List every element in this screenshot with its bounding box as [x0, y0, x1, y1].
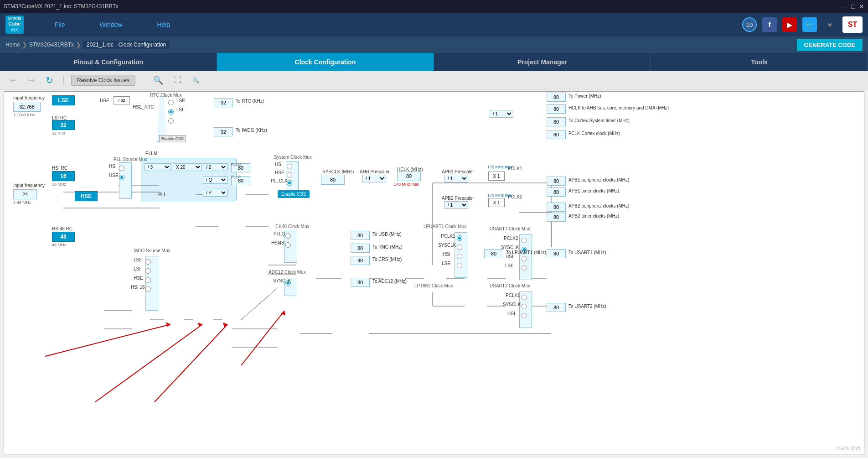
undo-button[interactable]: ↩ [7, 74, 20, 86]
svg-line-30 [155, 324, 227, 402]
to-hclk-value[interactable]: 80 [547, 104, 566, 114]
youtube-icon[interactable]: ▶ [782, 17, 797, 32]
input-freq1-value[interactable]: 32.768 [13, 102, 41, 112]
to-cortex-value[interactable]: 80 [547, 117, 566, 126]
rtc-radio-lsi[interactable] [168, 118, 174, 124]
input-freq2-value[interactable]: 24 [13, 189, 37, 199]
fit-button[interactable]: ⛶ [171, 75, 184, 85]
maximize-button[interactable]: □ [852, 3, 855, 10]
rtc-mux-label: RTC Clock Mux [150, 93, 182, 98]
rtc-radio-lse[interactable] [168, 109, 174, 114]
x1-box-apb2: X 1 [488, 198, 505, 207]
file-menu[interactable]: File [51, 19, 69, 30]
usart2-mux-label: USART2 Clock Mux [490, 283, 530, 288]
usart1-pclk2-radio[interactable] [522, 238, 527, 243]
usart2-hsi-radio[interactable] [522, 313, 527, 318]
rtc-radio-hse[interactable] [168, 100, 174, 105]
generate-code-button[interactable]: GENERATE CODE [797, 39, 863, 51]
mco-radio1[interactable] [145, 259, 151, 265]
to-rtc-value[interactable]: 32 [214, 98, 233, 107]
pllm-select[interactable]: / 3 / 1/ 2/ 4 [145, 163, 171, 171]
zoom-out-button[interactable]: 🔍 [190, 76, 202, 84]
facebook-icon[interactable]: f [762, 17, 777, 32]
window-menu[interactable]: Window [96, 19, 126, 30]
ck48-mux-label: CK48 Clock Mux [275, 224, 309, 229]
sysclk-hse-radio[interactable] [287, 172, 292, 177]
hse-box[interactable]: HSE [75, 191, 98, 201]
to-rng-value[interactable]: 80 [351, 244, 370, 253]
sysclk-value[interactable]: 80 [321, 175, 345, 185]
breadcrumb-board[interactable]: STM32G431RBTx [29, 42, 74, 48]
mco-radio4[interactable] [145, 286, 151, 292]
hclk-value[interactable]: 80 [397, 171, 421, 181]
refresh-button[interactable]: ↻ [43, 74, 56, 87]
to-fclk-value[interactable]: 80 [547, 130, 566, 139]
version-icon: 10 [742, 17, 757, 32]
ck48-radio2[interactable] [285, 242, 291, 248]
pll-label: PLL [158, 192, 166, 197]
plln-select[interactable]: X 20 X 8X 16X 32 [173, 163, 202, 171]
pll-hse-radio[interactable] [119, 175, 124, 180]
sys1-select[interactable]: / 1 / 2 [490, 110, 513, 118]
to-power-value[interactable]: 80 [547, 93, 566, 102]
lse-box[interactable]: LSE [52, 95, 75, 105]
lpuart1-hsi-label: HSI [443, 252, 450, 257]
tab-tools[interactable]: Tools [651, 53, 868, 71]
tab-clock[interactable]: Clock Configuration [217, 53, 434, 71]
lpuart1-hsi-radio[interactable] [457, 254, 462, 259]
to-adc12-value[interactable]: 80 [351, 278, 370, 287]
apb2-presc-select[interactable]: / 1 / 2/ 4 [444, 201, 468, 209]
close-button[interactable]: ✕ [859, 3, 864, 10]
to-apb2-value[interactable]: 80 [547, 203, 566, 212]
pllp-select[interactable]: / P / 2/ 4/ 6 [203, 189, 227, 197]
twitter-icon[interactable]: 🐦 [802, 17, 817, 32]
apb1-presc-select[interactable]: / 1 / 2/ 4 [444, 175, 468, 182]
mco-radio2[interactable] [145, 268, 151, 274]
zoom-in-button[interactable]: 🔍 [150, 74, 166, 86]
to-usart1-value[interactable]: 80 [547, 249, 566, 258]
usart1-lse-radio[interactable] [522, 265, 527, 271]
sysclk-pll-label: PLLCLK [271, 178, 288, 183]
minimize-button[interactable]: — [842, 3, 848, 10]
lpuart1-sysclk-radio[interactable] [457, 245, 462, 250]
hsi-unit: 16 MHz [52, 182, 66, 187]
lsi-value-box[interactable]: 32 [52, 120, 75, 130]
usart2-pclk1-radio[interactable] [522, 295, 527, 300]
to-crs-label: To CRS (MHz) [372, 257, 402, 262]
tab-project[interactable]: Project Manager [434, 53, 651, 71]
ck48-radio1[interactable] [285, 233, 291, 239]
enable-css-top-button[interactable]: Enable CSS [159, 135, 186, 142]
lpuart1-lse-radio[interactable] [457, 263, 462, 268]
menu-bar: STM32CubeMX File Window Help 10 f ▶ 🐦 ✳ … [0, 13, 868, 36]
hsi-value-box[interactable]: 16 [52, 171, 75, 181]
network-icon[interactable]: ✳ [822, 17, 837, 32]
hsi48-value-box[interactable]: 48 [52, 232, 75, 242]
to-usart2-value[interactable]: 80 [547, 303, 566, 312]
sysclk-hsi-radio[interactable] [287, 164, 292, 169]
help-menu[interactable]: Help [153, 19, 174, 30]
clock-diagram: Input frequency 32.768 1-1000 KHz LSE LS… [4, 92, 864, 454]
menu-right: 10 f ▶ 🐦 ✳ ST [742, 16, 863, 33]
to-crs-value[interactable]: 48 [351, 256, 370, 265]
to-iwdg-value[interactable]: 32 [214, 127, 233, 136]
usart1-hsi-radio[interactable] [522, 256, 527, 261]
pll-hsi-radio[interactable] [119, 166, 124, 171]
pllq-select[interactable]: / Q / 2/ 4/ 6 [203, 176, 227, 184]
lpuart1-pclk1-radio[interactable] [457, 235, 462, 241]
redo-button[interactable]: ↪ [25, 74, 37, 86]
to-apb1-timer-value[interactable]: 80 [547, 187, 566, 197]
resolve-clock-issues-button[interactable]: Resolve Clock Issues [71, 75, 135, 86]
lsi-unit: 32 KHz [52, 131, 66, 135]
mco-radio3[interactable] [145, 277, 151, 283]
usart2-sysclk-radio[interactable] [522, 304, 527, 309]
to-apb2-timer-value[interactable]: 80 [547, 213, 566, 222]
tab-pinout[interactable]: Pinout & Configuration [0, 53, 217, 71]
pllr-select[interactable]: / 2 / 1/ 4/ 8 [203, 163, 227, 171]
to-apb1-value[interactable]: 80 [547, 177, 566, 186]
to-lpuart1-value[interactable]: 80 [484, 249, 503, 258]
ahb-presc-select[interactable]: / 1 / 2/ 4/ 8 [362, 175, 386, 182]
to-usb-value[interactable]: 80 [351, 231, 370, 240]
ahb-presc-label: AHB Prescaler [360, 169, 390, 174]
toolbar-separator [63, 76, 64, 85]
breadcrumb-home[interactable]: Home [5, 42, 20, 48]
